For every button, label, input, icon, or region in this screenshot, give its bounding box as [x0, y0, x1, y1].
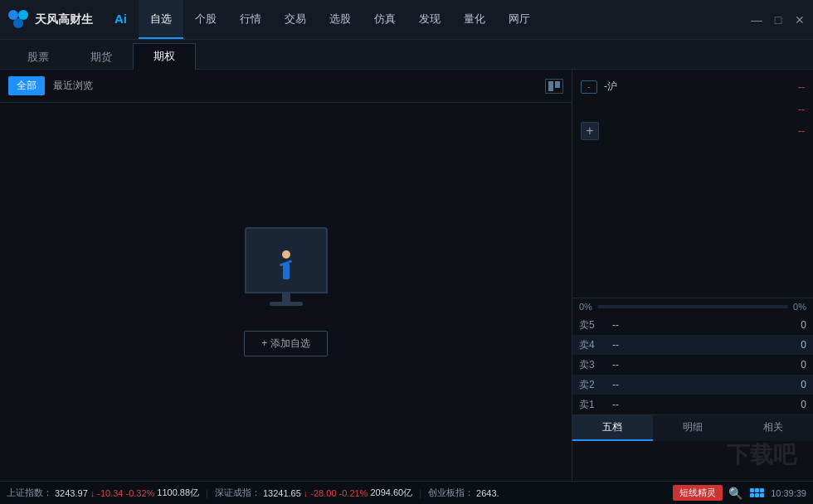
monitor-stand [282, 293, 290, 302]
tab-futures[interactable]: 期货 [70, 44, 133, 70]
nav-tabs: Ai 自选 个股 行情 交易 选股 仿真 发现 量化 网厅 [103, 0, 750, 39]
sz-amount: 2094.60亿 [370, 487, 412, 499]
sh-arrow: ↓ [90, 488, 95, 498]
figure [278, 242, 295, 279]
right-row-2: -- [579, 100, 806, 119]
content-area: + 添加自选 [0, 103, 572, 481]
ask1-price: -- [604, 399, 765, 410]
status-bar: 上证指数： 3243.97 ↓ -10.34 -0.32% 1100.88亿 |… [0, 481, 813, 504]
sh-pct: -0.32% [125, 488, 154, 498]
sz-arrow: ↓ [304, 488, 309, 498]
toolbar: 全部 最近浏览 [0, 70, 572, 103]
ask5-label: 卖5 [579, 318, 604, 332]
tab-options[interactable]: 期权 [133, 43, 196, 70]
left-panel: 全部 最近浏览 [0, 70, 572, 481]
sz-val: 13241.65 [263, 488, 301, 498]
nav-gegu[interactable]: 个股 [183, 0, 228, 39]
maximize-button[interactable]: □ [772, 13, 785, 27]
ask5-vol: 0 [765, 319, 806, 331]
ask-row-3: 卖3 -- 0 [572, 355, 813, 375]
ask4-price: -- [604, 339, 765, 351]
monitor-illustration [245, 227, 328, 306]
nav-fangzhen[interactable]: 仿真 [363, 0, 407, 39]
tab-stock[interactable]: 股票 [7, 44, 70, 70]
right-top: - -沪 -- -- + -- [572, 70, 813, 298]
order-book: 0% 0% 卖5 -- 0 卖4 -- 0 卖3 -- 0 [572, 298, 813, 481]
dash-val-3: -- [798, 125, 805, 137]
ask-row-4: 卖4 -- 0 [572, 335, 813, 355]
time-display: 10:39:39 [771, 488, 806, 498]
progress-bar-row: 0% 0% [572, 298, 813, 315]
cy-label: 创业板指： [428, 487, 474, 499]
sz-index: 深证成指： 13241.65 ↓ -28.00 -0.21% 2094.60亿 [215, 487, 412, 499]
nav-xuangu[interactable]: 选股 [318, 0, 363, 39]
cy-val: 2643. [476, 488, 499, 498]
ask3-price: -- [604, 359, 765, 371]
monitor-screen [245, 227, 328, 293]
close-button[interactable]: ✕ [793, 13, 806, 27]
nav-wangting[interactable]: 网厅 [497, 0, 542, 39]
short-button[interactable]: 短线精灵 [673, 485, 723, 501]
dash-val-1: -- [798, 81, 805, 93]
right-row-1: - -沪 -- [579, 76, 806, 97]
main-layout: 全部 最近浏览 [0, 70, 813, 481]
all-button[interactable]: 全部 [8, 76, 45, 95]
svg-point-2 [13, 18, 23, 28]
ask4-vol: 0 [765, 339, 806, 351]
ask-rows: 卖5 -- 0 卖4 -- 0 卖3 -- 0 卖2 -- 0 [572, 315, 813, 414]
ask4-label: 卖4 [579, 338, 604, 352]
ask1-label: 卖1 [579, 398, 604, 412]
ask2-vol: 0 [765, 379, 806, 390]
sh-index: 上证指数： 3243.97 ↓ -10.34 -0.32% 1100.88亿 [7, 487, 199, 499]
sz-change: -28.00 [310, 488, 336, 498]
sh-amount: 1100.88亿 [157, 487, 199, 499]
sh-change: -10.34 [97, 488, 123, 498]
grid-icon-button[interactable] [747, 484, 766, 502]
svg-point-1 [18, 10, 28, 20]
bottom-tabs: 五档 明细 相关 [572, 414, 813, 441]
add-market-button[interactable]: + [581, 122, 599, 140]
dash-val-2: -- [798, 104, 805, 115]
progress-bar [597, 305, 788, 308]
view-toggle-button[interactable] [545, 79, 563, 94]
market-filter-flag[interactable]: - [581, 80, 597, 94]
recent-button[interactable]: 最近浏览 [53, 79, 93, 93]
pct-right: 0% [793, 302, 806, 312]
add-watchlist-button[interactable]: + 添加自选 [244, 331, 327, 356]
app-title: 天风高财生 [35, 12, 93, 27]
nav-zixuan[interactable]: 自选 [139, 0, 183, 39]
svg-point-0 [8, 10, 18, 20]
nav-faxian[interactable]: 发现 [407, 0, 452, 39]
secondary-tabs: 股票 期货 期权 [0, 40, 813, 70]
btab-detail[interactable]: 明细 [653, 415, 733, 441]
ask-row-5: 卖5 -- 0 [572, 315, 813, 335]
minimize-button[interactable]: — [750, 13, 763, 27]
sz-pct: -0.21% [339, 488, 368, 498]
ask2-price: -- [604, 379, 765, 390]
nav-hangqing[interactable]: 行情 [228, 0, 273, 39]
cy-index: 创业板指： 2643. [428, 487, 499, 499]
window-controls: — □ ✕ [750, 13, 806, 27]
nav-ai[interactable]: Ai [103, 0, 139, 39]
pct-left: 0% [579, 302, 592, 312]
figure-head [282, 250, 290, 259]
search-icon-button[interactable]: 🔍 [726, 484, 744, 502]
ask-row-2: 卖2 -- 0 [572, 375, 813, 395]
market-filter-label: -沪 [604, 80, 791, 94]
btab-related[interactable]: 相关 [733, 415, 813, 441]
ask2-label: 卖2 [579, 378, 604, 392]
sh-val: 3243.97 [55, 488, 88, 498]
btab-five[interactable]: 五档 [572, 415, 653, 441]
logo: 天风高财生 [7, 8, 93, 32]
ask3-vol: 0 [765, 359, 806, 371]
ask5-price: -- [604, 319, 765, 331]
title-bar: 天风高财生 Ai 自选 个股 行情 交易 选股 仿真 发现 量化 网厅 — □ … [0, 0, 813, 40]
right-panel: - -沪 -- -- + -- 0% 0% [572, 70, 813, 481]
nav-jiaoyi[interactable]: 交易 [273, 0, 318, 39]
sep1: | [206, 488, 208, 498]
sep2: | [419, 488, 421, 498]
right-row-3: + -- [579, 119, 806, 143]
nav-lianghua[interactable]: 量化 [452, 0, 497, 39]
logo-icon [7, 8, 30, 32]
monitor-base [270, 302, 303, 306]
